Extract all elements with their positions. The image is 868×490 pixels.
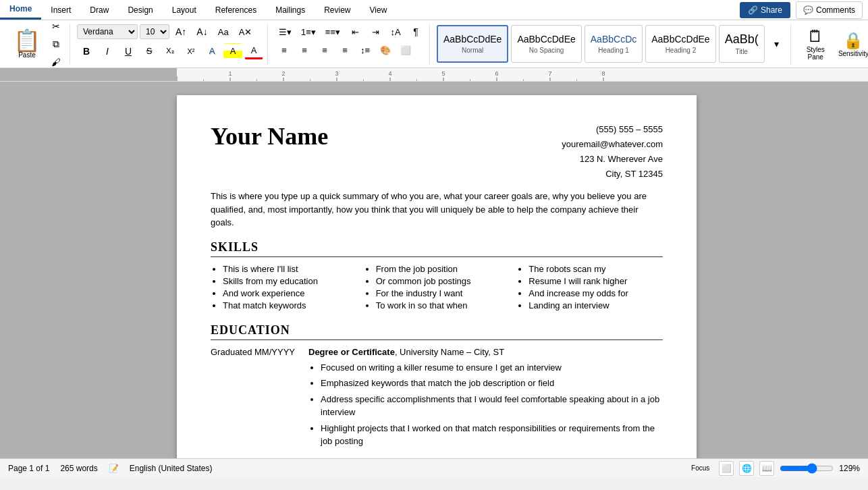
style-title[interactable]: AaBb( Title [719,25,765,63]
svg-text:5: 5 [441,70,445,77]
multilevel-list-button[interactable]: ≡≡▾ [321,24,344,40]
skill-2-2: Or common job postings [376,276,510,286]
clear-formatting-button[interactable]: A✕ [235,24,256,40]
style-normal-label: Normal [462,47,483,54]
education-title: EDUCATION [211,323,663,340]
numbering-button[interactable]: 1≡▾ [297,24,320,40]
skills-section: SKILLS This is where I'll list Skills fr… [211,240,663,312]
share-button[interactable]: 🔗 Share [740,2,790,18]
ruler: 1 2 3 4 5 6 7 8 [0,68,868,82]
page-wrapper: Your Name (555) 555 – 5555 youremail@wha… [177,82,697,458]
edu-bullet-4: Highlight projects that I worked on that… [321,422,663,448]
expand-styles-button[interactable]: ▾ [767,36,786,52]
change-case-button[interactable]: Aa [214,24,233,40]
style-normal[interactable]: AaBbCcDdEe Normal [437,25,508,63]
skill-1-4: That match keywords [223,300,357,310]
focus-button[interactable]: Focus [687,462,713,474]
skill-3-1: The robots scan my [528,264,663,274]
style-heading2[interactable]: AaBbCcDdEe Heading 2 [645,25,715,63]
tab-mailings[interactable]: Mailings [266,1,315,19]
shading-button[interactable]: 🎨 [376,43,395,58]
align-right-button[interactable]: ≡ [315,43,334,58]
cut-button[interactable]: ✂ [47,18,65,34]
svg-text:2: 2 [281,70,285,77]
borders-button[interactable]: ⬜ [396,43,415,58]
show-formatting-button[interactable]: ¶ [406,24,425,40]
education-row: Graduated MM/YYYY Degree or Certificate,… [211,347,663,451]
sort-button[interactable]: ↕A [386,24,405,40]
styles-pane-icon: 🗒 [807,27,823,46]
decrease-indent-button[interactable]: ⇤ [346,24,364,40]
sensitivity-icon: 🔒 [843,31,863,50]
decrease-font-button[interactable]: A↓ [192,24,211,40]
zoom-slider[interactable] [780,463,834,474]
styles-group: AaBbCcDdEe Normal AaBbCcDdEe No Spacing … [433,24,791,64]
subscript-button[interactable]: X₂ [161,44,180,58]
italic-button[interactable]: I [98,43,117,59]
sensitivity-button[interactable]: 🔒 Sensitivity [838,28,868,61]
text-highlight-button[interactable]: A [223,43,242,59]
spell-check-icon[interactable]: 📝 [109,464,119,473]
read-mode-button[interactable]: 📖 [759,461,774,476]
font-size-select[interactable]: 10 [140,24,169,39]
font-color-button[interactable]: A [244,43,263,59]
svg-text:4: 4 [388,70,391,77]
paragraph-group: ☰▾ 1≡▾ ≡≡▾ ⇤ ⇥ ↕A ¶ ≡ ≡ ≡ ≡ ↕≡ 🎨 ⬜ [271,24,430,64]
tab-insert[interactable]: Insert [41,1,80,19]
skills-col-3: The robots scan my Resume I will rank hi… [516,264,663,312]
tab-draw[interactable]: Draw [80,1,118,19]
skill-2-3: For the industry I want [376,288,510,298]
comments-button[interactable]: 💬 Comments [796,1,863,19]
tab-view[interactable]: View [360,1,397,19]
web-layout-button[interactable]: 🌐 [739,461,754,476]
ribbon-tab-bar: Home Insert Draw Design Layout Reference… [0,0,868,20]
clipboard-group: 📋 Paste ✂ ⧉ 🖌 [5,24,70,64]
education-date: Graduated MM/YYYY [211,347,295,451]
language[interactable]: English (United States) [130,464,213,473]
font-family-select[interactable]: Verdana [77,24,138,39]
tab-review[interactable]: Review [315,1,360,19]
tab-home[interactable]: Home [0,0,41,20]
page-info: Page 1 of 1 [8,464,49,473]
style-heading1-preview: AaBbCcDc [591,34,636,45]
tab-references[interactable]: References [206,1,266,19]
styles-pane-button[interactable]: 🗒 Styles Pane [798,24,834,64]
justify-button[interactable]: ≡ [335,43,354,58]
cut-icon: ✂ [52,21,60,32]
status-right: Focus ⬜ 🌐 📖 129% [687,461,860,476]
styles-pane-label: Styles Pane [803,46,829,61]
bullets-button[interactable]: ☰▾ [275,24,296,40]
style-heading1[interactable]: AaBbCcDc Heading 1 [585,25,643,63]
align-center-button[interactable]: ≡ [295,43,314,58]
skills-title: SKILLS [211,240,663,257]
bold-button[interactable]: B [77,43,96,59]
underline-button[interactable]: U [119,43,138,59]
strikethrough-button[interactable]: S [140,43,159,59]
contact-address: 123 N. Wherever Ave [562,152,663,167]
style-normal-preview: AaBbCcDdEe [443,34,501,45]
tab-layout[interactable]: Layout [163,1,206,19]
print-layout-button[interactable]: ⬜ [719,461,734,476]
edu-bullet-2: Emphasized keywords that match the job d… [321,377,663,390]
ruler-inner: 1 2 3 4 5 6 7 8 [177,68,868,81]
paste-icon: 📋 [13,30,40,51]
text-effects-button[interactable]: A [202,43,221,59]
format-painter-button[interactable]: 🖌 [47,54,65,70]
style-no-spacing[interactable]: AaBbCcDdEe No Spacing [511,25,581,63]
increase-font-button[interactable]: A↑ [171,24,190,40]
style-heading2-preview: AaBbCcDdEe [651,34,709,45]
paste-button[interactable]: 📋 Paste [9,27,45,61]
tab-design[interactable]: Design [118,1,162,19]
svg-text:6: 6 [495,70,498,77]
superscript-button[interactable]: X² [182,45,200,58]
skill-3-2: Resume I will rank higher [528,276,663,286]
ribbon: Home Insert Draw Design Layout Reference… [0,0,868,68]
copy-button[interactable]: ⧉ [47,36,65,53]
word-count: 265 words [60,464,97,473]
line-spacing-button[interactable]: ↕≡ [356,43,375,58]
svg-text:8: 8 [601,70,605,77]
edu-bullet-3: Address specific accomplishments that I … [321,393,663,419]
increase-indent-button[interactable]: ⇥ [366,24,385,40]
style-no-spacing-label: No Spacing [529,47,564,54]
align-left-button[interactable]: ≡ [275,43,294,58]
